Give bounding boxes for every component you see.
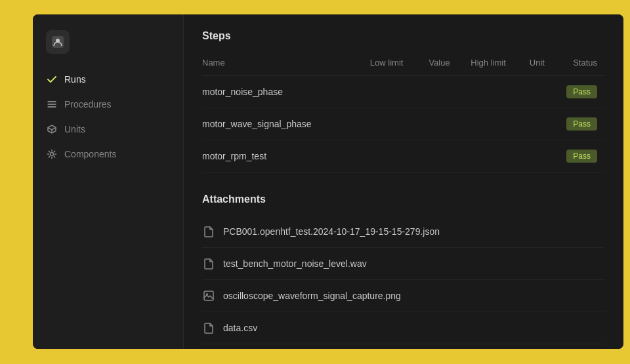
- attachment-name: PCB001.openhtf_test.2024-10-17_19-15-15-…: [223, 226, 440, 237]
- sidebar-item-label: Components: [64, 149, 116, 159]
- col-header-high-limit: High limit: [471, 52, 530, 76]
- app-logo: [46, 30, 70, 54]
- sidebar-item-label: Units: [64, 124, 85, 134]
- sidebar: Runs Procedures: [33, 14, 184, 349]
- step-name: motor_rpm_test: [202, 140, 370, 172]
- file-icon: [202, 257, 215, 270]
- table-row: motor_wave_signal_phase Pass: [202, 108, 605, 140]
- col-header-value: Value: [429, 52, 471, 76]
- step-status: Pass: [563, 76, 605, 108]
- status-badge: Pass: [566, 85, 597, 98]
- sidebar-item-runs[interactable]: Runs: [33, 67, 183, 92]
- attachments-section: Attachments PCB001.openhtf_test.2024-10-…: [202, 193, 605, 344]
- attachment-name: data.csv: [223, 323, 257, 333]
- box-icon: [46, 123, 58, 135]
- attachment-item[interactable]: oscilloscope_waveform_signal_capture.png: [202, 280, 605, 312]
- check-icon: [46, 73, 58, 85]
- file-icon: [202, 321, 215, 334]
- step-unit: [530, 76, 563, 108]
- file-icon: [202, 225, 215, 238]
- step-low-limit: [370, 108, 429, 140]
- step-unit: [530, 108, 563, 140]
- list-icon: [46, 98, 58, 110]
- col-header-status: Status: [563, 52, 605, 76]
- attachment-item[interactable]: test_bench_motor_noise_level.wav: [202, 248, 605, 280]
- step-high-limit: [471, 76, 530, 108]
- step-name: motor_wave_signal_phase: [202, 108, 370, 140]
- step-high-limit: [471, 108, 530, 140]
- logo-area: [33, 25, 183, 67]
- attachment-item[interactable]: PCB001.openhtf_test.2024-10-17_19-15-15-…: [202, 216, 605, 248]
- status-badge: Pass: [566, 117, 597, 131]
- status-badge: Pass: [566, 150, 597, 163]
- svg-rect-6: [48, 101, 56, 102]
- step-low-limit: [370, 76, 429, 108]
- svg-point-10: [51, 153, 54, 156]
- attachments-title: Attachments: [202, 193, 605, 205]
- step-unit: [530, 140, 563, 172]
- step-status: Pass: [563, 108, 605, 140]
- step-low-limit: [370, 140, 429, 172]
- col-header-name: Name: [202, 52, 370, 76]
- sidebar-item-components[interactable]: Components: [33, 142, 183, 167]
- sidebar-item-units[interactable]: Units: [33, 117, 183, 142]
- steps-title: Steps: [202, 30, 605, 42]
- gear-icon: [46, 148, 58, 160]
- step-value: [429, 140, 471, 172]
- step-value: [429, 76, 471, 108]
- table-row: motor_rpm_test Pass: [202, 140, 605, 172]
- steps-section: Steps Name Low limit Value High limit Un…: [202, 30, 605, 172]
- sidebar-item-label: Procedures: [64, 99, 112, 110]
- step-value: [429, 108, 471, 140]
- col-header-low-limit: Low limit: [370, 52, 429, 76]
- sidebar-item-label: Runs: [64, 74, 86, 85]
- step-name: motor_noise_phase: [202, 76, 370, 108]
- svg-rect-7: [48, 104, 56, 105]
- col-header-unit: Unit: [530, 52, 563, 76]
- sidebar-item-procedures[interactable]: Procedures: [33, 92, 183, 117]
- step-status: Pass: [563, 140, 605, 172]
- attachment-item[interactable]: data.csv: [202, 312, 605, 344]
- attachment-name: oscilloscope_waveform_signal_capture.png: [223, 291, 401, 301]
- svg-rect-8: [48, 106, 56, 108]
- table-row: motor_noise_phase Pass: [202, 76, 605, 108]
- steps-table: Name Low limit Value High limit Unit Sta…: [202, 52, 605, 172]
- file-icon: [202, 289, 215, 302]
- attachment-name: test_bench_motor_noise_level.wav: [223, 258, 367, 269]
- main-content: Steps Name Low limit Value High limit Un…: [184, 14, 623, 349]
- step-high-limit: [471, 140, 530, 172]
